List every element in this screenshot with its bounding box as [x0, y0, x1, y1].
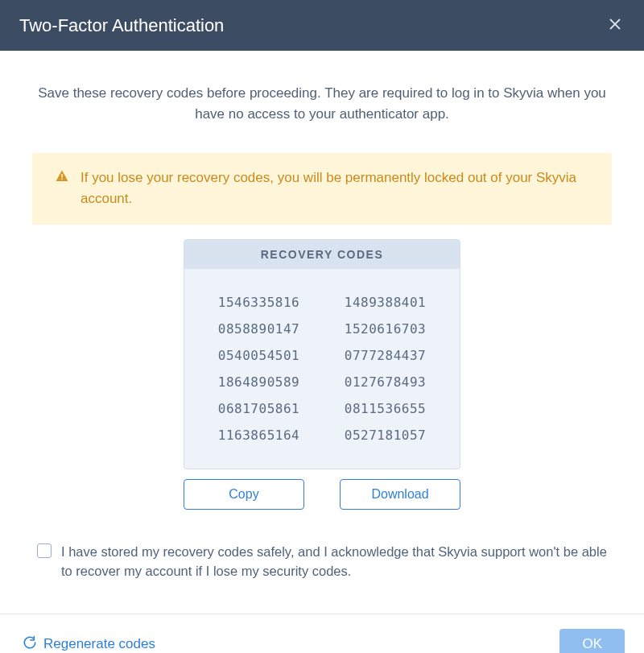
copy-button[interactable]: Copy: [184, 479, 304, 510]
acknowledgement-row: I have stored my recovery codes safely, …: [32, 542, 612, 582]
recovery-code: 1546335816: [218, 295, 299, 310]
two-factor-modal: Two-Factor Authentication Save these rec…: [0, 0, 644, 653]
close-icon: [609, 18, 621, 33]
recovery-code: 0777284437: [345, 348, 426, 363]
modal-title: Two-Factor Authentication: [19, 15, 224, 36]
recovery-codes-grid: 1546335816 1489388401 0858890147 1520616…: [184, 269, 460, 469]
recovery-code: 1520616703: [345, 321, 426, 337]
recovery-codes-card: RECOVERY CODES 1546335816 1489388401 085…: [184, 239, 460, 469]
recovery-code: 1163865164: [218, 428, 299, 443]
warning-text: If you lose your recovery codes, you wil…: [80, 167, 592, 210]
refresh-icon: [23, 635, 37, 653]
ok-button[interactable]: OK: [559, 629, 625, 653]
recovery-code: 1489388401: [345, 295, 426, 310]
warning-banner: If you lose your recovery codes, you wil…: [32, 153, 612, 225]
modal-body: Save these recovery codes before proceed…: [0, 51, 644, 614]
svg-rect-3: [61, 179, 63, 180]
recovery-code: 0127678493: [345, 374, 426, 390]
regenerate-label: Regenerate codes: [43, 636, 155, 652]
recovery-code: 0811536655: [345, 401, 426, 416]
recovery-code: 0527181057: [345, 428, 426, 443]
close-button[interactable]: [605, 14, 625, 36]
code-actions: Copy Download: [184, 479, 460, 510]
acknowledgement-checkbox[interactable]: [37, 543, 52, 558]
instruction-text: Save these recovery codes before proceed…: [32, 83, 612, 124]
modal-footer: Regenerate codes OK: [0, 614, 644, 653]
acknowledgement-label[interactable]: I have stored my recovery codes safely, …: [61, 542, 607, 582]
recovery-codes-title: RECOVERY CODES: [184, 240, 460, 269]
modal-header: Two-Factor Authentication: [0, 0, 644, 51]
warning-triangle-icon: [55, 169, 69, 184]
recovery-code: 0681705861: [218, 401, 299, 416]
download-button[interactable]: Download: [340, 479, 460, 510]
recovery-code: 0540054501: [218, 348, 299, 363]
svg-rect-2: [61, 174, 63, 178]
recovery-code: 1864890589: [218, 374, 299, 390]
recovery-code: 0858890147: [218, 321, 299, 337]
regenerate-codes-button[interactable]: Regenerate codes: [19, 632, 159, 653]
